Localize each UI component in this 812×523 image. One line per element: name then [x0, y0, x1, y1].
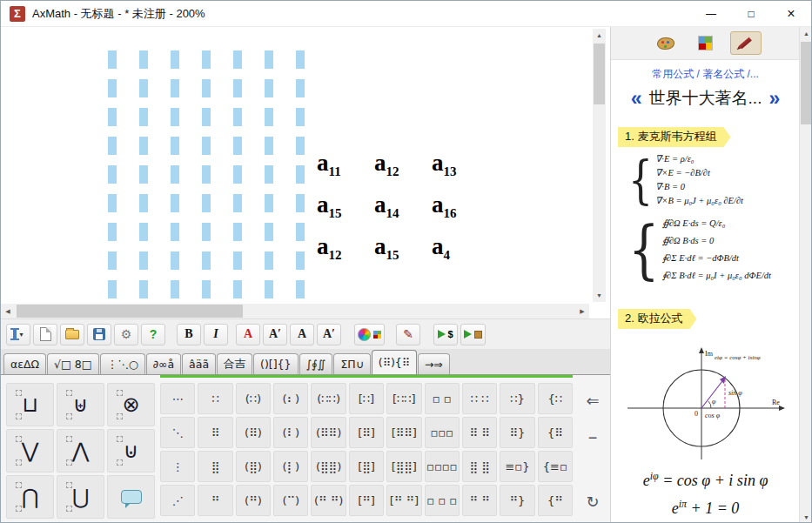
matrix-template-cell[interactable]: ▫ ▫ ▫: [425, 485, 460, 516]
matrix-template-cell[interactable]: [∷]: [349, 383, 384, 414]
matrix-template-cell[interactable]: {≡▫: [538, 451, 573, 482]
matrix-template-cell[interactable]: ≡▫}: [500, 451, 534, 482]
matrix-template-cell[interactable]: ∷ ∷: [462, 383, 497, 414]
matrix-template-cell[interactable]: ⠿: [198, 417, 232, 448]
scroll-left-button[interactable]: ◀: [1, 304, 15, 318]
maxwell-integral-formula[interactable]: { ∯∂Ω E·ds = Q/ε₀∯∂Ω B·ds = 0∮∂Σ E·dℓ = …: [628, 215, 800, 285]
format-brush-button[interactable]: ✎: [396, 324, 420, 345]
matrix-template-cell[interactable]: (⣿): [236, 451, 271, 482]
matrix-template-cell[interactable]: ⣿: [198, 451, 232, 482]
matrix-template-cell[interactable]: (⠛ ⠛): [311, 485, 346, 516]
maximize-button[interactable]: □: [731, 1, 771, 26]
matrix-template-cell[interactable]: (⡇): [273, 451, 308, 482]
matrix-template-cell[interactable]: [⠛]: [349, 485, 384, 516]
canvas-horizontal-scrollbar[interactable]: ◀ ▶: [1, 304, 589, 318]
matrix-template-cell[interactable]: [⠛ ⠛]: [386, 485, 421, 516]
export-package-button[interactable]: [460, 324, 486, 345]
matrix-entry[interactable]: a15: [310, 191, 367, 221]
bold-button[interactable]: B: [177, 324, 201, 345]
font-color-button[interactable]: A: [236, 324, 260, 345]
matrix-template-cell[interactable]: (∷): [236, 383, 271, 414]
tab-fractions-radicals[interactable]: √□ 8□: [47, 353, 99, 374]
save-button[interactable]: [87, 324, 111, 345]
matrix-template-cell[interactable]: ∷: [198, 383, 232, 414]
help-button[interactable]: ?: [141, 324, 165, 345]
color-wheel-button[interactable]: [354, 324, 385, 345]
matrix-template-cell[interactable]: ⠛: [198, 485, 232, 516]
tab-over-under[interactable]: 合吉: [217, 353, 252, 374]
shrink-panel-button[interactable]: −: [581, 426, 604, 449]
render-latex-button[interactable]: $: [433, 324, 458, 345]
tab-integrals[interactable]: ∫∮∬: [299, 353, 333, 374]
scroll-down-button[interactable]: ▼: [593, 289, 606, 302]
matrix-template-cell[interactable]: [∷∷]: [386, 383, 421, 414]
matrix-template-cell[interactable]: ▫▫▫▫: [425, 451, 460, 482]
collapse-panel-button[interactable]: ⇐: [581, 390, 604, 412]
tab-big-operators[interactable]: ΣΠ∪: [333, 353, 370, 374]
matrix-template-cell[interactable]: (⠛): [236, 485, 271, 516]
matrix-entry[interactable]: a4: [425, 233, 482, 263]
next-collection-button[interactable]: »: [768, 89, 780, 109]
tab-greek-letters[interactable]: αεΔΩ: [3, 353, 46, 374]
matrix-entry[interactable]: a16: [425, 191, 482, 221]
editor-canvas[interactable]: a11a12a13a15a14a16a12a15a4 ▲ ▼: [1, 27, 610, 304]
matrix-template-cell[interactable]: {⠿: [538, 417, 573, 448]
tab-brackets[interactable]: ()[]{}: [253, 353, 298, 374]
tab-operators-misc[interactable]: ∂∞å: [146, 353, 182, 374]
matrix-template-cell[interactable]: [⠿⠿]: [386, 417, 421, 448]
scroll-thumb[interactable]: [594, 44, 605, 104]
tab-matrices[interactable]: (⠿){⠿: [372, 350, 417, 374]
reset-panel-button[interactable]: ↻: [581, 491, 604, 513]
matrix-template-cell[interactable]: (⠇): [273, 417, 308, 448]
nary-uplus-button[interactable]: ⊎: [57, 383, 104, 426]
matrix-template-cell[interactable]: ⋰: [160, 485, 195, 516]
scroll-right-button[interactable]: ▶: [575, 304, 589, 318]
insert-cursor-button[interactable]: ▾: [6, 324, 30, 345]
matrix-template-cell[interactable]: ⋮: [160, 451, 195, 482]
formula-library-tab[interactable]: [730, 31, 762, 55]
matrix-template-cell[interactable]: [⣿]: [349, 451, 384, 482]
matrix-template-cell[interactable]: ▫▫▫: [425, 417, 460, 448]
nary-wedge-button[interactable]: ⋀: [57, 429, 104, 473]
euler-formula[interactable]: eiφ = cos φ + i sin φ: [611, 470, 800, 493]
matrix-template-cell[interactable]: {∷: [538, 383, 573, 414]
matrix-entry[interactable]: a12: [367, 150, 425, 179]
matrix-template-cell[interactable]: (⠆): [273, 383, 308, 414]
sidebar-scrollbar[interactable]: ▲ ▼: [799, 27, 812, 523]
nary-vee-button[interactable]: ⋁: [6, 429, 54, 473]
palette-tab[interactable]: [650, 31, 681, 55]
matrix-template-cell[interactable]: ⠛ ⠛: [462, 485, 497, 516]
matrix-entry[interactable]: a15: [367, 233, 425, 263]
matrix-entry[interactable]: a11: [310, 150, 367, 179]
matrix-template-cell[interactable]: {⠛: [538, 485, 573, 516]
close-button[interactable]: ×: [771, 1, 811, 26]
scroll-down-button[interactable]: ▼: [800, 511, 812, 523]
scroll-up-button[interactable]: ▲: [593, 29, 606, 42]
nary-sqcup-button[interactable]: ⊔: [6, 383, 54, 426]
nary-cup-button[interactable]: ⋃: [57, 475, 104, 519]
matrix-entry[interactable]: a12: [310, 233, 367, 263]
matrix-entry[interactable]: a13: [425, 150, 482, 179]
matrix-entry[interactable]: a14: [367, 191, 425, 221]
new-document-button[interactable]: [33, 324, 57, 345]
matrix-template-cell[interactable]: (∷∷): [311, 383, 346, 414]
canvas-vertical-scrollbar[interactable]: ▲ ▼: [593, 29, 606, 302]
breadcrumb[interactable]: 常用公式 / 著名公式 /...: [611, 67, 800, 82]
euler-identity[interactable]: eiπ + 1 = 0: [611, 498, 800, 520]
samples-tab[interactable]: [690, 31, 721, 55]
insert-comment-button[interactable]: [107, 475, 155, 519]
scroll-thumb[interactable]: [17, 305, 243, 318]
euler-diagram[interactable]: Im Re 0 cos φ sin φ φ eiφ = cosφ + isinφ: [619, 343, 793, 465]
matrix-template-cell[interactable]: ▫ ▫: [425, 383, 460, 414]
matrix-template-cell[interactable]: (⠿): [236, 417, 271, 448]
style-variant-2-button[interactable]: A: [290, 324, 314, 345]
settings-button[interactable]: ⚙: [114, 324, 138, 345]
matrix-template-cell[interactable]: ∷}: [500, 383, 534, 414]
matrix-template-cell[interactable]: ⋯: [160, 383, 195, 414]
matrix-template-cell[interactable]: (⣿⣿): [311, 451, 346, 482]
scroll-thumb[interactable]: [801, 42, 812, 124]
matrix-template-cell[interactable]: ⣿ ⣿: [462, 451, 497, 482]
maxwell-differential-formula[interactable]: { ∇·E = ρ/ε₀∇×E = −∂B/∂t∇·B = 0∇×B = μ₀J…: [628, 152, 800, 208]
tab-arrows[interactable]: →⇒: [418, 353, 450, 374]
tab-scripts-dots[interactable]: ⋮⋱○: [100, 353, 145, 374]
